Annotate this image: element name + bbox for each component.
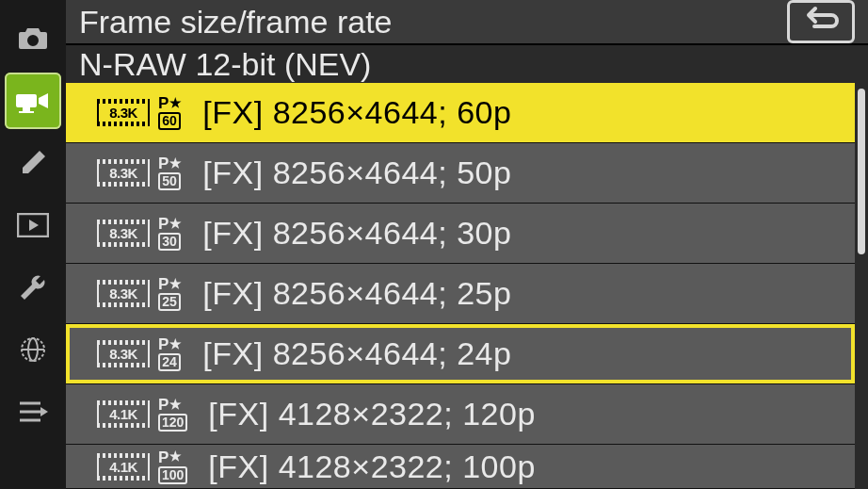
wrench-icon [19,273,47,302]
sidebar [0,0,66,489]
option-row[interactable]: 8.3K P★ 30 [FX] 8256×4644; 30p [66,204,855,264]
globe-icon [18,334,48,365]
mymenu-icon [18,399,48,424]
p-star-fps-icon: P★ 60 [158,95,182,130]
camera-icon [17,26,49,51]
option-row[interactable]: 8.3K P★ 25 [FX] 8256×4644; 25p [66,264,855,324]
p-star-fps-icon: P★ 120 [158,397,187,432]
option-row[interactable]: 8.3K P★ 50 [FX] 8256×4644; 50p [66,143,855,204]
film-resolution-icon: 8.3K [94,94,153,132]
film-resolution-icon: 8.3K [94,215,153,253]
option-row[interactable]: 4.1K P★ 120 [FX] 4128×2322; 120p [66,384,855,445]
p-star-fps-icon: P★ 25 [158,276,182,311]
option-row[interactable]: 4.1K P★ 100 [FX] 4128×2322; 100p [66,445,855,489]
p-star-fps-icon: P★ 50 [158,155,182,190]
option-row[interactable]: 8.3K P★ 60 [FX] 8256×4644; 60p [66,83,855,143]
playback-icon [17,213,49,237]
option-label: [FX] 8256×4644; 24p [202,335,511,372]
video-camera-icon [15,88,51,114]
svg-rect-1 [19,111,34,113]
sidebar-item-setup[interactable] [5,259,61,316]
option-label: [FX] 8256×4644; 25p [202,275,511,312]
film-resolution-icon: 8.3K [94,155,153,192]
film-resolution-icon: 8.3K [94,275,153,313]
sidebar-item-custom[interactable] [5,135,61,191]
film-resolution-icon: 4.1K [94,396,153,433]
p-star-fps-icon: P★ 24 [158,336,182,371]
page-title: Frame size/frame rate [79,4,787,41]
p-star-fps-icon: P★ 100 [158,449,187,484]
sidebar-item-photo[interactable] [5,10,61,67]
format-subtitle: N-RAW 12-bit (NEV) [79,46,371,83]
film-resolution-icon: 8.3K [94,335,153,373]
back-arrow-icon [801,6,841,38]
option-label: [FX] 8256×4644; 60p [202,94,511,131]
back-button[interactable] [787,0,855,43]
p-star-fps-icon: P★ 30 [158,216,182,251]
sidebar-item-video[interactable] [5,73,61,129]
options-list: 8.3K P★ 60 [FX] 8256×4644; 60p 8.3K P★ 5… [66,83,855,489]
option-row[interactable]: 8.3K P★ 24 [FX] 8256×4644; 24p [66,324,855,384]
pencil-icon [19,149,47,177]
header-bar: Frame size/frame rate [66,0,868,45]
subtitle-bar: N-RAW 12-bit (NEV) [66,45,868,83]
scrollbar[interactable] [855,83,868,489]
sidebar-item-mymenu[interactable] [5,383,61,440]
option-label: [FX] 8256×4644; 30p [202,215,511,252]
camera-menu-screen: Frame size/frame rate N-RAW 12-bit (NEV)… [0,0,868,489]
scrollbar-thumb[interactable] [858,89,865,254]
options-list-wrap: 8.3K P★ 60 [FX] 8256×4644; 60p 8.3K P★ 5… [66,83,868,489]
main-panel: Frame size/frame rate N-RAW 12-bit (NEV)… [66,0,868,489]
sidebar-item-network[interactable] [5,321,61,378]
option-label: [FX] 8256×4644; 50p [202,155,511,191]
option-label: [FX] 4128×2322; 100p [208,448,535,485]
option-label: [FX] 4128×2322; 120p [208,396,535,432]
film-resolution-icon: 4.1K [94,448,153,485]
sidebar-item-playback[interactable] [5,197,61,253]
